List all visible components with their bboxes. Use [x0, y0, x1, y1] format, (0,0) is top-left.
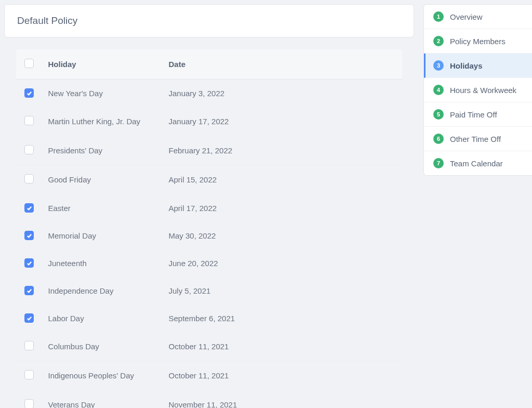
row-holiday-name: Martin Luther King, Jr. Day	[40, 107, 161, 136]
main-content: Default Policy Holiday Date New Year's	[0, 0, 418, 408]
nav-label: Overview	[450, 12, 483, 21]
row-checkbox[interactable]	[24, 203, 34, 213]
table-row: Independence DayJuly 5, 2021	[16, 277, 403, 305]
table-row: Labor DaySeptember 6, 2021	[16, 305, 403, 332]
policy-title-card: Default Policy	[4, 4, 414, 37]
row-holiday-date: May 30, 2022	[161, 222, 403, 249]
table-row: Presidents' DayFebruary 21, 2022	[16, 136, 403, 165]
sidebar: 1Overview2Policy Members3Holidays4Hours …	[418, 0, 532, 408]
row-holiday-date: January 17, 2022	[161, 107, 403, 136]
row-checkbox[interactable]	[24, 116, 34, 125]
row-holiday-name: Indigenous Peoples' Day	[40, 361, 161, 390]
nav-item-holidays[interactable]: 3Holidays	[424, 54, 532, 78]
holidays-table: Holiday Date New Year's DayJanuary 3, 20…	[16, 49, 403, 408]
row-holiday-name: Juneteenth	[40, 249, 161, 277]
row-checkbox[interactable]	[24, 231, 34, 240]
table-row: Columbus DayOctober 11, 2021	[16, 332, 403, 361]
table-row: Memorial DayMay 30, 2022	[16, 222, 403, 249]
row-holiday-date: April 15, 2022	[161, 165, 403, 194]
row-holiday-name: Good Friday	[40, 165, 161, 194]
nav-label: Paid Time Off	[450, 110, 497, 119]
nav-badge: 7	[433, 158, 444, 168]
row-holiday-name: Memorial Day	[40, 222, 161, 249]
policy-title: Default Policy	[17, 15, 401, 27]
row-checkbox[interactable]	[24, 341, 34, 350]
table-row: New Year's DayJanuary 3, 2022	[16, 80, 403, 107]
nav-badge: 6	[433, 134, 444, 144]
row-holiday-date: September 6, 2021	[161, 305, 403, 332]
row-holiday-name: Columbus Day	[40, 332, 161, 361]
row-checkbox[interactable]	[24, 313, 34, 323]
row-checkbox[interactable]	[24, 258, 34, 268]
row-holiday-date: November 11, 2021	[161, 390, 403, 409]
row-holiday-date: April 17, 2022	[161, 194, 403, 222]
row-holiday-name: Veterans Day	[40, 390, 161, 409]
nav-label: Policy Members	[450, 37, 506, 46]
row-checkbox[interactable]	[24, 174, 34, 183]
row-holiday-name: New Year's Day	[40, 80, 161, 107]
select-all-checkbox[interactable]	[24, 59, 34, 68]
nav-badge: 2	[433, 36, 444, 46]
table-row: Good FridayApril 15, 2022	[16, 165, 403, 194]
nav-card: 1Overview2Policy Members3Holidays4Hours …	[423, 4, 532, 176]
header-checkbox-cell	[16, 49, 40, 80]
row-checkbox-cell	[16, 194, 40, 222]
row-checkbox-cell	[16, 305, 40, 332]
nav-badge: 4	[433, 85, 444, 95]
holidays-table-wrap: Holiday Date New Year's DayJanuary 3, 20…	[16, 49, 403, 408]
table-row: Indigenous Peoples' DayOctober 11, 2021	[16, 361, 403, 390]
row-checkbox-cell	[16, 107, 40, 136]
nav-item-other-time-off[interactable]: 6Other Time Off	[424, 127, 532, 151]
row-holiday-name: Independence Day	[40, 277, 161, 305]
row-checkbox[interactable]	[24, 399, 34, 408]
nav-label: Team Calendar	[450, 159, 503, 168]
row-checkbox-cell	[16, 165, 40, 194]
row-holiday-date: October 11, 2021	[161, 332, 403, 361]
row-holiday-date: October 11, 2021	[161, 361, 403, 390]
table-row: Martin Luther King, Jr. DayJanuary 17, 2…	[16, 107, 403, 136]
nav-label: Holidays	[450, 61, 483, 70]
nav-label: Hours & Workweek	[450, 86, 516, 95]
nav-item-policy-members[interactable]: 2Policy Members	[424, 29, 532, 54]
row-holiday-date: February 21, 2022	[161, 136, 403, 165]
table-row: JuneteenthJune 20, 2022	[16, 249, 403, 277]
nav-badge: 1	[433, 11, 444, 22]
row-holiday-date: June 20, 2022	[161, 249, 403, 277]
row-holiday-name: Labor Day	[40, 305, 161, 332]
row-checkbox-cell	[16, 80, 40, 107]
table-row: Veterans DayNovember 11, 2021	[16, 390, 403, 409]
row-checkbox-cell	[16, 222, 40, 249]
nav-item-paid-time-off[interactable]: 5Paid Time Off	[424, 102, 532, 127]
row-holiday-name: Presidents' Day	[40, 136, 161, 165]
row-checkbox[interactable]	[24, 370, 34, 379]
header-date: Date	[161, 49, 403, 80]
header-holiday: Holiday	[40, 49, 161, 80]
nav-item-team-calendar[interactable]: 7Team Calendar	[424, 151, 532, 175]
nav-badge: 3	[433, 60, 444, 71]
row-checkbox-cell	[16, 249, 40, 277]
row-holiday-name: Easter	[40, 194, 161, 222]
nav-badge: 5	[433, 109, 444, 120]
row-holiday-date: January 3, 2022	[161, 80, 403, 107]
row-checkbox[interactable]	[24, 88, 34, 98]
row-holiday-date: July 5, 2021	[161, 277, 403, 305]
row-checkbox-cell	[16, 332, 40, 361]
row-checkbox[interactable]	[24, 286, 34, 295]
nav-label: Other Time Off	[450, 135, 501, 143]
nav-item-overview[interactable]: 1Overview	[424, 5, 532, 29]
row-checkbox-cell	[16, 390, 40, 409]
nav-item-hours-workweek[interactable]: 4Hours & Workweek	[424, 78, 532, 102]
row-checkbox-cell	[16, 136, 40, 165]
row-checkbox-cell	[16, 277, 40, 305]
row-checkbox[interactable]	[24, 145, 34, 154]
table-row: EasterApril 17, 2022	[16, 194, 403, 222]
row-checkbox-cell	[16, 361, 40, 390]
